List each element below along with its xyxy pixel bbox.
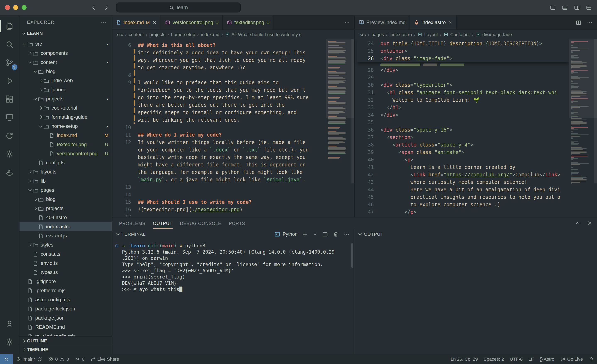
activity-explorer[interactable] xyxy=(0,17,19,35)
remote-indicator[interactable] xyxy=(0,354,13,364)
activity-remote-explorer[interactable] xyxy=(0,108,19,127)
editor-tab[interactable]: texteditor.pngU xyxy=(223,15,274,30)
editor-tab[interactable]: versioncontrol.pngU xyxy=(161,15,223,30)
toggle-secondary-sidebar-icon[interactable] xyxy=(574,4,580,11)
timeline-section-header[interactable]: TIMELINE xyxy=(19,345,112,354)
panel-tab[interactable]: DEBUG CONSOLE xyxy=(180,217,221,229)
tree-item[interactable]: layouts xyxy=(19,167,112,176)
language-mode[interactable]: {} Astro xyxy=(537,354,557,364)
breadcrumb-item[interactable]: content xyxy=(129,32,144,37)
tree-item[interactable]: projects● xyxy=(19,94,112,103)
tree-item[interactable]: projects xyxy=(19,204,112,213)
tree-item[interactable]: README.md xyxy=(19,323,112,332)
minimap[interactable] xyxy=(569,39,597,217)
tree-item[interactable]: indie-web xyxy=(19,76,112,85)
editor-tab[interactable]: Preview index.md xyxy=(355,15,410,30)
editor-scrollbar[interactable] xyxy=(351,39,354,183)
breadcrumb-item[interactable]: Container xyxy=(443,32,470,37)
tree-item[interactable]: package.json xyxy=(19,313,112,323)
tree-item[interactable]: consts.ts xyxy=(19,249,112,259)
chevron-down-icon[interactable] xyxy=(115,232,120,237)
tree-item[interactable]: blog xyxy=(19,67,112,76)
customize-layout-icon[interactable] xyxy=(586,4,592,11)
maximize-panel-icon[interactable] xyxy=(575,220,581,226)
editor-tab[interactable]: index.mdM xyxy=(112,15,161,30)
tree-item[interactable]: index.mdM xyxy=(19,131,112,140)
breadcrumb-item[interactable]: projects xyxy=(149,32,165,37)
tree-item[interactable]: tailwind.config.mjs xyxy=(19,332,112,336)
history-forward-icon[interactable] xyxy=(103,4,110,11)
more-actions-icon[interactable] xyxy=(344,19,350,25)
go-live[interactable]: Go Live xyxy=(557,354,586,364)
code-editor-astro[interactable]: 24out title={HOME.TITLE} description={HO… xyxy=(355,39,569,217)
tree-item[interactable]: package-lock.json xyxy=(19,304,112,313)
tree-item[interactable]: types.ts xyxy=(19,268,112,277)
explorer-more-actions-icon[interactable] xyxy=(100,19,107,25)
outline-section-header[interactable]: OUTLINE xyxy=(19,336,112,345)
tree-item[interactable]: pages xyxy=(19,186,112,195)
kill-terminal-button[interactable] xyxy=(333,231,339,237)
tree-item[interactable]: rss.xml.js xyxy=(19,231,112,240)
tree-item[interactable]: texteditor.pngU xyxy=(19,140,112,149)
activity-settings[interactable] xyxy=(0,333,19,351)
close-tab-icon[interactable] xyxy=(152,20,157,25)
breadcrumb-item[interactable]: src xyxy=(360,32,366,37)
eol[interactable]: LF xyxy=(526,354,537,364)
tree-item[interactable]: cool-tutorial xyxy=(19,103,112,112)
activity-source-control[interactable]: 3 xyxy=(0,54,19,72)
activity-search[interactable] xyxy=(0,35,19,54)
tree-item[interactable]: components xyxy=(19,48,112,58)
breadcrumb-item[interactable]: pages xyxy=(371,32,384,37)
explorer-section-header[interactable]: LEARN xyxy=(19,29,112,38)
tree-item[interactable]: styles xyxy=(19,240,112,249)
activity-live-share[interactable] xyxy=(0,127,19,145)
tree-item[interactable]: astro.config.mjs xyxy=(19,295,112,304)
ports-status[interactable]: 0 xyxy=(72,354,87,364)
activity-extensions[interactable] xyxy=(0,90,19,108)
tree-item[interactable]: src● xyxy=(19,40,112,48)
more-actions-icon[interactable] xyxy=(587,19,593,25)
tree-item[interactable]: content● xyxy=(19,58,112,67)
terminal-profile[interactable]: Python xyxy=(274,231,298,237)
breadcrumb-item[interactable]: index.astro xyxy=(390,32,412,37)
tree-item[interactable]: 404.astro xyxy=(19,213,112,222)
activity-accounts[interactable] xyxy=(0,315,19,333)
tree-item[interactable]: .gitignore xyxy=(19,277,112,286)
chevron-down-icon[interactable] xyxy=(358,232,363,237)
tree-item[interactable]: lib xyxy=(19,176,112,186)
panel-tab[interactable]: OUTPUT xyxy=(153,217,172,229)
split-editor-icon[interactable] xyxy=(575,19,582,25)
tree-item[interactable]: .prettierrc.mjs xyxy=(19,286,112,295)
tree-item[interactable]: index.astro xyxy=(19,222,112,231)
split-terminal-button[interactable] xyxy=(322,231,328,237)
minimap-slider[interactable] xyxy=(569,39,597,118)
tree-item[interactable]: formatting-guide xyxy=(19,112,112,122)
terminal-profile-dropdown-icon[interactable] xyxy=(313,232,317,236)
cursor-position[interactable]: Ln 26, Col 29 xyxy=(448,354,481,364)
breadcrumb-item[interactable]: src xyxy=(117,32,123,37)
breadcrumb-item[interactable]: ## What should I use to write my c xyxy=(225,32,301,37)
close-tab-icon[interactable] xyxy=(448,20,453,25)
breadcrumb-item[interactable]: home-setup xyxy=(171,32,195,37)
tree-item[interactable]: env.d.ts xyxy=(19,259,112,268)
tree-item[interactable]: blog xyxy=(19,195,112,204)
encoding[interactable]: UTF-8 xyxy=(507,354,526,364)
minimap-slider[interactable] xyxy=(326,39,354,118)
breadcrumb-item[interactable]: Layout xyxy=(417,32,438,37)
close-window-button[interactable] xyxy=(5,5,10,10)
close-panel-icon[interactable] xyxy=(587,220,593,226)
breadcrumb-item[interactable]: index.md xyxy=(201,32,219,37)
minimap[interactable] xyxy=(326,39,354,217)
editor-scrollbar[interactable] xyxy=(594,39,597,183)
zoom-window-button[interactable] xyxy=(22,5,27,10)
toggle-panel-icon[interactable] xyxy=(562,4,568,11)
indentation[interactable]: Spaces: 2 xyxy=(481,354,507,364)
activity-run-and-debug[interactable] xyxy=(0,72,19,90)
command-center-search[interactable]: learn xyxy=(116,2,241,12)
tree-item[interactable]: config.ts xyxy=(19,158,112,167)
activity-docker[interactable] xyxy=(0,163,19,181)
notifications[interactable] xyxy=(586,354,597,364)
tree-item[interactable]: iphone xyxy=(19,85,112,94)
editor-tab[interactable]: index.astro xyxy=(410,15,457,30)
branch-status[interactable]: main* xyxy=(14,354,45,364)
